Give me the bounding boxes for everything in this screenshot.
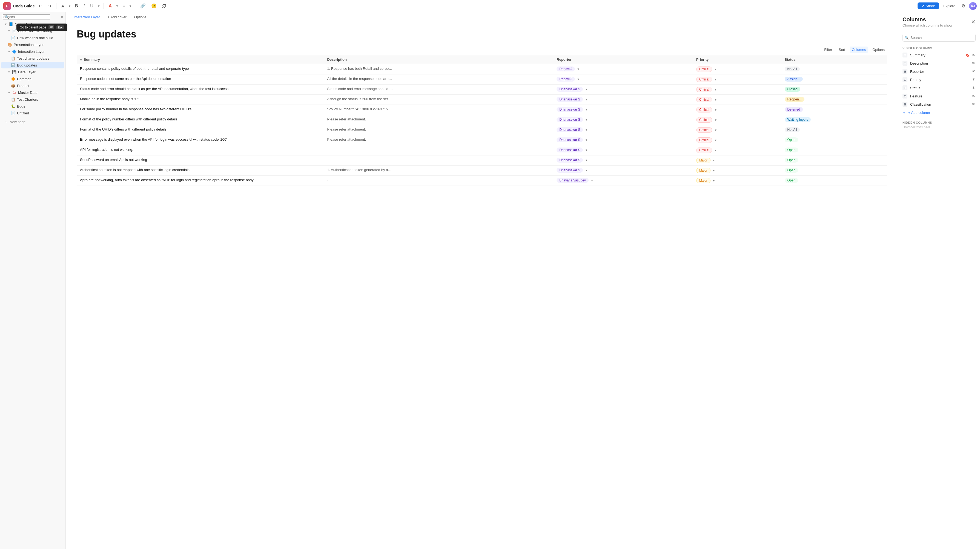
tab-options[interactable]: Options [131, 13, 150, 21]
sidebar-item-presentation-layer[interactable]: 🎨 Presentation Layer [1, 41, 64, 48]
priority-dropdown-arrow[interactable]: ▼ [714, 149, 717, 152]
priority-dropdown-arrow[interactable]: ▼ [713, 159, 715, 162]
priority-badge[interactable]: Critical [696, 87, 713, 92]
status-badge[interactable]: Open [785, 148, 798, 152]
priority-badge[interactable]: Major [696, 168, 711, 173]
col-classification-eye-btn[interactable]: 👁 [972, 102, 975, 106]
priority-badge[interactable]: Critical [696, 97, 713, 102]
priority-badge[interactable]: Critical [696, 117, 713, 122]
reporter-badge[interactable]: Dhanasekar S [557, 117, 583, 122]
sidebar-item-master-data[interactable]: ▼ 🗂 Master Data [1, 89, 64, 96]
search-input[interactable] [3, 14, 50, 19]
sidebar-item-test-charter-updates[interactable]: 📋 Test charter updates [1, 55, 64, 62]
sidebar-item-data-layer[interactable]: ▼ 💾 Data Layer [1, 69, 64, 75]
sidebar-item-bug-updates[interactable]: 🔄 Bug updates [1, 62, 64, 68]
reporter-badge[interactable]: Dhanasekar S [557, 137, 583, 142]
priority-badge[interactable]: Major [696, 178, 711, 183]
priority-dropdown-arrow[interactable]: ▼ [714, 119, 717, 122]
text-color-dropdown[interactable]: ▼ [116, 5, 119, 8]
reporter-badge[interactable]: Dhanasekar S [557, 158, 583, 163]
status-badge[interactable]: Not A I [785, 127, 800, 132]
link-button[interactable]: 🔗 [138, 2, 147, 10]
priority-badge[interactable]: Critical [696, 127, 713, 133]
bold-button[interactable]: B [73, 2, 80, 10]
explore-button[interactable]: Explore [941, 3, 958, 9]
reporter-dropdown-arrow[interactable]: ▼ [585, 159, 588, 162]
reporter-badge[interactable]: Dhanasekar S [557, 87, 583, 92]
sidebar-item-untitled[interactable]: 📄 Untitled [1, 110, 64, 116]
reporter-dropdown-arrow[interactable]: ▼ [577, 78, 580, 81]
priority-badge[interactable]: Critical [696, 77, 713, 82]
reporter-dropdown-arrow[interactable]: ▼ [585, 118, 588, 121]
filter-button[interactable]: Filter [822, 46, 834, 53]
col-priority-eye-btn[interactable]: 👁 [972, 78, 975, 82]
table-row[interactable]: API for registration is not working. - D… [77, 145, 887, 155]
italic-button[interactable]: I [82, 2, 86, 10]
priority-dropdown-arrow[interactable]: ▼ [714, 68, 717, 71]
priority-dropdown-arrow[interactable]: ▼ [713, 169, 715, 172]
text-color-button[interactable]: A [107, 2, 114, 10]
tab-add-cover[interactable]: + Add cover [104, 13, 130, 21]
underline-dropdown[interactable]: ▼ [97, 5, 100, 8]
reporter-dropdown-arrow[interactable]: ▼ [585, 169, 588, 172]
priority-badge[interactable]: Major [696, 158, 711, 163]
reporter-badge[interactable]: Dhanasekar S [557, 107, 583, 112]
tab-interaction-layer[interactable]: Interaction Layer [70, 13, 103, 21]
col-reporter-eye-btn[interactable]: 👁 [972, 69, 975, 74]
status-badge[interactable]: Waiting Inputs [785, 117, 811, 122]
reporter-dropdown-arrow[interactable]: ▼ [585, 88, 588, 91]
status-badge[interactable]: Deferred [785, 107, 803, 112]
sidebar-item-test-charters[interactable]: 📋 Test Charters [1, 96, 64, 103]
reporter-dropdown-arrow[interactable]: ▼ [585, 138, 588, 141]
col-summary-bookmark-btn[interactable]: 🔖 [965, 53, 970, 57]
add-column-button[interactable]: ＋ + Add column [902, 108, 975, 117]
table-row[interactable]: Format of the UHID's differs with differ… [77, 125, 887, 135]
priority-badge[interactable]: Critical [696, 107, 713, 113]
table-row[interactable]: Format of the policy number differs with… [77, 115, 887, 125]
columns-button[interactable]: Columns [850, 46, 868, 53]
status-badge[interactable]: Open [785, 137, 798, 142]
reporter-badge[interactable]: Dhanasekar S [557, 168, 583, 173]
settings-button[interactable]: ⚙ [960, 2, 967, 10]
reporter-badge[interactable]: Ragavi J [557, 67, 575, 71]
status-badge[interactable]: Not A I [785, 67, 800, 71]
table-row[interactable]: Authentication token is not mapped with … [77, 166, 887, 176]
status-badge[interactable]: Reopen... [785, 97, 805, 102]
reporter-badge[interactable]: Dhanasekar S [557, 97, 583, 102]
col-status-eye-btn[interactable]: 👁 [972, 86, 975, 90]
emoji-button[interactable]: 🙂 [150, 2, 158, 10]
sidebar-item-product[interactable]: 📦 Product [1, 83, 64, 89]
underline-button[interactable]: U [89, 2, 95, 10]
reporter-dropdown-arrow[interactable]: ▼ [577, 68, 580, 71]
reporter-badge[interactable]: Bhavana Vasudev [557, 178, 589, 183]
table-row[interactable]: For same policy number in the response c… [77, 105, 887, 115]
status-badge[interactable]: Open [785, 168, 798, 173]
priority-dropdown-arrow[interactable]: ▼ [714, 98, 717, 101]
sidebar-item-bugs[interactable]: 🐛 Bugs [1, 103, 64, 109]
table-row[interactable]: Error message is displayed even when the… [77, 135, 887, 145]
reporter-badge[interactable]: Dhanasekar S [557, 127, 583, 132]
sidebar-item-interaction-layer[interactable]: ▼ 🔷 Interaction Layer [1, 48, 64, 55]
col-feature-eye-btn[interactable]: 👁 [972, 94, 975, 98]
table-row[interactable]: Mobile no in the response body is "0". A… [77, 95, 887, 105]
priority-dropdown-arrow[interactable]: ▼ [714, 78, 717, 81]
col-summary-eye-btn[interactable]: 👁 [972, 53, 975, 57]
sort-button[interactable]: Sort [837, 46, 848, 53]
status-badge[interactable]: Open [785, 158, 798, 163]
table-row[interactable]: Response code is not same as per the Api… [77, 75, 887, 84]
sidebar-collapse-button[interactable]: » [61, 14, 63, 19]
align-button[interactable]: ≡ [121, 2, 127, 10]
status-badge[interactable]: Closed [785, 87, 800, 92]
priority-dropdown-arrow[interactable]: ▼ [714, 88, 717, 91]
table-row[interactable]: Api's are not working, auth token's are … [77, 176, 887, 186]
sidebar-item-common[interactable]: 🔶 Common [1, 76, 64, 82]
status-badge[interactable]: Open [785, 178, 798, 183]
share-button[interactable]: ↗ Share [918, 2, 939, 9]
table-row[interactable]: Response contains policy details of both… [77, 64, 887, 75]
status-badge[interactable]: Assign... [785, 77, 803, 82]
new-page-button[interactable]: ＋ New page [1, 118, 64, 126]
reporter-dropdown-arrow[interactable]: ▼ [585, 129, 588, 132]
priority-dropdown-arrow[interactable]: ▼ [714, 108, 717, 111]
right-panel-close-button[interactable]: ✕ [971, 19, 975, 25]
options-button[interactable]: Options [870, 46, 887, 53]
